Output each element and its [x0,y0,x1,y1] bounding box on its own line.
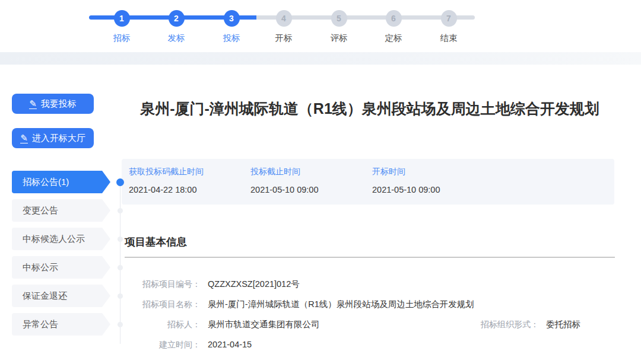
step-7: 7 结束 [422,10,475,44]
step-label: 定标 [367,33,420,44]
section-title: 项目基本信息 [125,235,615,249]
timeline-dot [118,237,123,242]
step-number-badge: 5 [331,10,347,27]
section-divider [125,257,615,258]
field-value: 泉州-厦门-漳州城际轨道（R1线）泉州段站场及周边土地综合开发规划 [208,299,474,309]
timeline-dot-active [116,178,124,186]
step-5: 5 评标 [312,10,366,44]
timeline-dot [118,322,123,327]
menu-timeline [120,179,120,344]
deadline-value: 2021-04-22 18:00 [129,185,243,194]
field-label: 招标组织形式： [481,314,539,334]
step-label: 结束 [422,33,475,44]
field-label: 招标项目名称： [125,294,201,314]
step-number-badge: 2 [169,10,185,27]
deadline-value: 2021-05-10 09:00 [372,185,487,194]
step-label: 开标 [257,33,310,44]
field-organization-form: 招标组织形式：委托招标 [481,314,580,334]
sidebar-item-abnormal-announcement[interactable]: 异常公告 [12,313,110,336]
field-value: 2021-04-15 [208,340,252,349]
step-label: 招标 [95,33,148,44]
sidebar-item-award-publicity[interactable]: 中标公示 [12,256,110,279]
sidebar-item-candidate-publicity[interactable]: 中标候选人公示 [12,228,110,250]
timeline-dot [118,265,123,270]
pencil-icon: ✎ [20,133,28,143]
step-6: 6 定标 [367,10,420,44]
timeline-dot [118,293,123,299]
sidebar-item-change-announcement[interactable]: 变更公告 [12,199,110,222]
enter-bid-opening-hall-button[interactable]: ✎ 进入开标大厅 [12,128,94,148]
enter-hall-label: 进入开标大厅 [32,133,85,144]
header-divider-band [0,52,641,65]
basic-info-section-header: 项目基本信息 [125,235,615,258]
deadline-label: 投标截止时间 [250,167,365,177]
step-label: 投标 [205,33,258,44]
step-number-badge: 3 [224,10,240,27]
step-3: 3 投标 [205,10,258,44]
field-row-project-number: 招标项目编号：QZZXZXSZ[2021]012号 [125,274,615,294]
pencil-icon: ✎ [29,99,37,109]
basic-info-fields: 招标项目编号：QZZXZXSZ[2021]012号 招标项目名称：泉州-厦门-漳… [125,274,615,355]
deadline-label: 获取投标码截止时间 [129,167,243,177]
field-label: 招标项目编号： [125,274,201,294]
field-value: 委托招标 [546,320,580,329]
timeline-dot [118,208,123,213]
field-label: 建立时间： [125,334,201,355]
field-value: 泉州市轨道交通集团有限公司 [208,320,320,329]
sidebar-menu: 招标公告(1) 变更公告 中标候选人公示 中标公示 保证金退还 异常公告 [12,171,110,341]
field-row-create-time: 建立时间：2021-04-15 [125,334,615,355]
step-label: 发标 [150,33,203,44]
step-number-badge: 1 [114,10,130,27]
step-label: 评标 [312,33,366,44]
deadline-label: 开标时间 [372,167,487,177]
progress-stepper: 1 招标 2 发标 3 投标 4 开标 5 评标 6 定标 7 结束 [0,0,641,52]
step-2: 2 发标 [150,10,203,44]
field-row-tenderee: 招标人：泉州市轨道交通集团有限公司 招标组织形式：委托招标 [125,314,615,334]
field-label: 招标人： [125,314,201,334]
deadline-col-bid-submit: 投标截止时间 2021-05-10 09:00 [243,167,365,205]
step-number-badge: 6 [386,10,402,27]
sidebar-item-deposit-refund[interactable]: 保证金退还 [12,285,110,307]
deadline-info-box: 获取投标码截止时间 2021-04-22 18:00 投标截止时间 2021-0… [122,159,614,205]
deadline-value: 2021-05-10 09:00 [250,185,365,194]
step-number-badge: 7 [441,10,457,27]
deadline-col-bid-opening: 开标时间 2021-05-10 09:00 [365,167,487,205]
project-title: 泉州-厦门-漳州城际轨道（R1线）泉州段站场及周边土地综合开发规划 [129,97,611,120]
bid-now-button[interactable]: ✎ 我要投标 [12,94,94,114]
step-number-badge: 4 [276,10,292,27]
field-row-project-name: 招标项目名称：泉州-厦门-漳州城际轨道（R1线）泉州段站场及周边土地综合开发规划 [125,294,615,314]
sidebar-item-tender-announcement[interactable]: 招标公告(1) [12,171,110,193]
deadline-col-bid-code: 获取投标码截止时间 2021-04-22 18:00 [122,167,243,205]
step-4: 4 开标 [257,10,310,44]
field-value: QZZXZXSZ[2021]012号 [208,279,300,289]
step-1: 1 招标 [95,10,148,44]
bid-now-label: 我要投标 [41,98,77,110]
